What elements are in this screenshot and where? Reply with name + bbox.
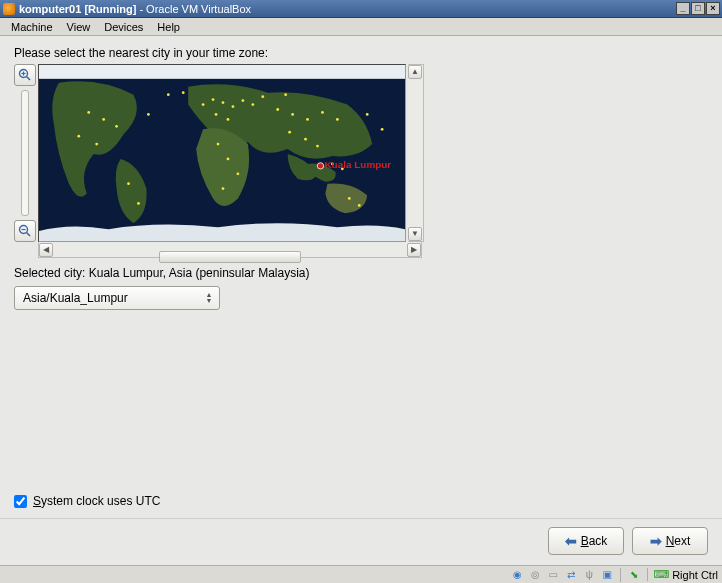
svg-point-19 <box>232 105 235 108</box>
zoom-controls <box>14 64 36 242</box>
svg-point-20 <box>241 99 244 102</box>
svg-rect-8 <box>39 65 405 79</box>
svg-point-21 <box>251 103 254 106</box>
svg-point-47 <box>317 163 323 169</box>
zoom-out-button[interactable] <box>14 220 36 242</box>
menu-view[interactable]: View <box>60 19 98 35</box>
zoom-out-icon <box>18 224 32 238</box>
svg-point-10 <box>102 118 105 121</box>
scroll-down-icon[interactable]: ▼ <box>408 227 422 241</box>
scroll-up-icon[interactable]: ▲ <box>408 65 422 79</box>
vbox-app-name: - Oracle VM VirtualBox <box>139 3 251 15</box>
svg-point-15 <box>137 202 140 205</box>
svg-point-38 <box>348 197 351 200</box>
svg-point-41 <box>182 91 185 94</box>
vbox-titlebar: komputer01 [Running] - Oracle VM Virtual… <box>0 0 722 18</box>
vbox-menubar: Machine View Devices Help <box>0 18 722 36</box>
combobox-arrows-icon: ▲▼ <box>203 292 219 304</box>
svg-point-33 <box>288 131 291 134</box>
svg-point-28 <box>276 108 279 111</box>
status-hdd-icon[interactable]: ◉ <box>510 568 524 582</box>
window-close-button[interactable]: × <box>706 2 720 15</box>
keyboard-icon: ⌨ <box>653 568 669 581</box>
status-mouse-integration-icon[interactable]: ⬊ <box>627 568 641 582</box>
arrow-left-icon: ⬅ <box>565 533 577 549</box>
svg-point-17 <box>212 98 215 101</box>
window-maximize-button[interactable]: □ <box>691 2 705 15</box>
svg-point-40 <box>167 93 170 96</box>
svg-point-22 <box>215 113 218 116</box>
next-button[interactable]: ➡ Next <box>632 527 708 555</box>
system-clock-utc-label[interactable]: System clock uses UTC <box>33 494 160 508</box>
scroll-left-icon[interactable]: ◀ <box>39 243 53 257</box>
svg-point-30 <box>306 118 309 121</box>
svg-point-42 <box>147 113 150 116</box>
map-marker-label: Kuala Lumpur <box>324 159 391 170</box>
status-optical-icon[interactable]: ◎ <box>528 568 542 582</box>
menu-devices[interactable]: Devices <box>97 19 150 35</box>
zoom-in-button[interactable] <box>14 64 36 86</box>
zoom-in-icon <box>18 68 32 82</box>
scroll-right-icon[interactable]: ▶ <box>407 243 421 257</box>
svg-point-9 <box>87 111 90 114</box>
map-hscrollbar[interactable]: ◀ ▶ <box>38 242 422 258</box>
svg-point-13 <box>95 143 98 146</box>
svg-point-35 <box>316 145 319 148</box>
svg-point-46 <box>381 128 384 131</box>
zoom-slider[interactable] <box>21 90 29 216</box>
window-minimize-button[interactable]: _ <box>676 2 690 15</box>
wizard-button-row: ⬅ Back ➡ Next <box>0 518 722 565</box>
svg-point-14 <box>127 182 130 185</box>
svg-point-34 <box>304 138 307 141</box>
svg-point-24 <box>217 143 220 146</box>
menu-help[interactable]: Help <box>150 19 187 35</box>
arrow-right-icon: ➡ <box>650 533 662 549</box>
timezone-combobox-value: Asia/Kuala_Lumpur <box>23 291 203 305</box>
svg-point-32 <box>336 118 339 121</box>
svg-point-29 <box>291 113 294 116</box>
back-button[interactable]: ⬅ Back <box>548 527 624 555</box>
guest-screen: ➤ Please select the nearest city in your… <box>0 36 722 565</box>
vbox-statusbar: ◉ ◎ ▭ ⇄ ψ ▣ ⬊ ⌨ Right Ctrl <box>0 565 722 583</box>
status-host-key: ⌨ Right Ctrl <box>647 568 718 581</box>
svg-line-1 <box>27 77 31 81</box>
svg-point-43 <box>261 95 264 98</box>
timezone-prompt: Please select the nearest city in your t… <box>14 46 708 60</box>
status-network-icon[interactable]: ⇄ <box>564 568 578 582</box>
status-floppy-icon[interactable]: ▭ <box>546 568 560 582</box>
vbox-vm-name: komputer01 <box>19 3 81 15</box>
svg-point-12 <box>77 135 80 138</box>
svg-point-23 <box>227 118 230 121</box>
svg-point-39 <box>358 204 361 207</box>
svg-point-16 <box>202 103 205 106</box>
svg-point-45 <box>366 113 369 116</box>
map-vscrollbar[interactable]: ▲ ▼ <box>408 64 424 242</box>
timezone-combobox[interactable]: Asia/Kuala_Lumpur ▲▼ <box>14 286 220 310</box>
status-shared-folder-icon[interactable]: ▣ <box>600 568 614 582</box>
status-usb-icon[interactable]: ψ <box>582 568 596 582</box>
timezone-map[interactable]: Kuala Lumpur <box>38 64 406 242</box>
svg-point-25 <box>227 158 230 161</box>
vbox-vm-state: [Running] <box>81 3 136 15</box>
svg-point-26 <box>237 172 240 175</box>
svg-line-5 <box>27 233 31 237</box>
svg-point-11 <box>115 125 118 128</box>
vbox-app-icon <box>3 3 15 15</box>
svg-point-27 <box>222 187 225 190</box>
svg-point-18 <box>222 101 225 104</box>
svg-point-31 <box>321 111 324 114</box>
system-clock-utc-checkbox[interactable] <box>14 495 27 508</box>
svg-point-44 <box>284 93 287 96</box>
selected-city-label: Selected city: Kuala Lumpur, Asia (penin… <box>14 266 708 280</box>
hscroll-thumb[interactable] <box>159 251 301 263</box>
menu-machine[interactable]: Machine <box>4 19 60 35</box>
